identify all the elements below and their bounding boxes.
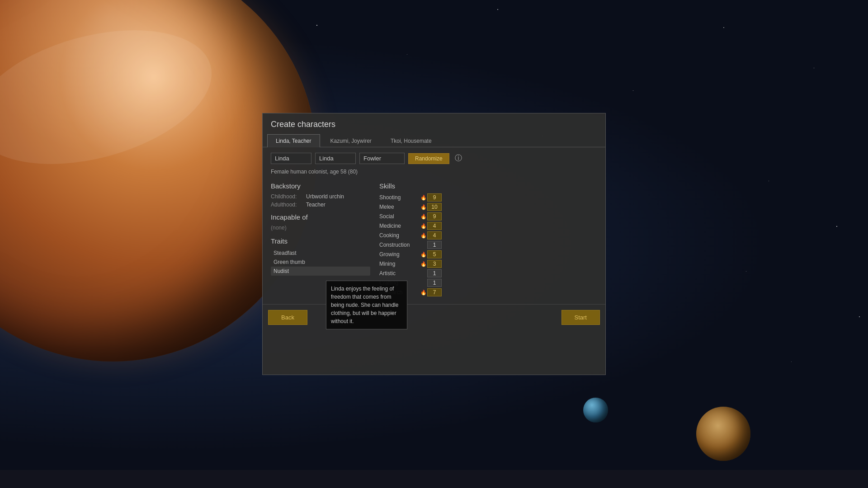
skill-value-shooting: 9 xyxy=(427,193,442,202)
skill-passion-research: 🔥 xyxy=(420,290,427,296)
skill-name-mining: Mining xyxy=(379,261,420,267)
randomize-button[interactable]: Randomize xyxy=(408,153,449,164)
skill-value-mining: 3 xyxy=(427,260,442,268)
skill-name-medicine: Medicine xyxy=(379,223,420,229)
tab-kazumi[interactable]: Kazumi, Joywirer xyxy=(322,134,380,147)
skill-row-research: Research 🔥 7 xyxy=(379,288,597,296)
skill-row-medicine: Medicine 🔥 4 xyxy=(379,222,597,230)
skill-row-crafting: Crafting 1 xyxy=(379,279,597,287)
skill-row-social: Social 🔥 9 xyxy=(379,212,597,221)
skill-name-shooting: Shooting xyxy=(379,194,420,201)
content-area: Backstory Childhood: Urbworld urchin Adu… xyxy=(263,179,605,304)
last-name-input[interactable] xyxy=(359,153,405,164)
trait-nudist[interactable]: Nudist xyxy=(271,267,370,276)
skill-bar-melee: 10 xyxy=(427,203,442,211)
skill-name-crafting: Crafting xyxy=(379,280,420,286)
skill-passion-mining: 🔥 xyxy=(420,261,427,267)
incapable-section: Incapable of (none) xyxy=(271,213,370,231)
skill-value-research: 7 xyxy=(427,288,442,296)
skill-value-growing: 5 xyxy=(427,250,442,258)
skill-name-melee: Melee xyxy=(379,204,420,210)
adulthood-label: Adulthood: xyxy=(271,202,302,208)
skill-row-growing: Growing 🔥 5 xyxy=(379,250,597,258)
skill-name-research: Research xyxy=(379,289,420,296)
back-button[interactable]: Back xyxy=(268,310,307,325)
skill-passion-growing: 🔥 xyxy=(420,252,427,258)
modal-footer: Back Start xyxy=(263,304,605,330)
modal-title: Create characters xyxy=(263,113,605,134)
skills-title: Skills xyxy=(379,182,597,190)
childhood-label: Childhood: xyxy=(271,193,302,200)
incapable-value: (none) xyxy=(271,225,370,231)
tabs-container: Linda, Teacher Kazumi, Joywirer Tkoi, Ho… xyxy=(263,134,605,147)
adulthood-value: Teacher xyxy=(306,202,326,208)
skill-value-social: 9 xyxy=(427,212,442,221)
skill-row-shooting: Shooting 🔥 9 xyxy=(379,193,597,202)
skill-bar-social: 9 xyxy=(427,212,442,221)
tab-tkoi[interactable]: Tkoi, Housemate xyxy=(382,134,440,147)
skill-bar-medicine: 4 xyxy=(427,222,442,230)
skill-row-melee: Melee 🔥 10 xyxy=(379,203,597,211)
character-description: Female human colonist, age 58 (80) xyxy=(263,168,605,179)
skill-passion-cooking: 🔥 xyxy=(420,233,427,239)
skill-passion-shooting: 🔥 xyxy=(420,195,427,201)
skill-bar-mining: 3 xyxy=(427,260,442,268)
skill-passion-melee: 🔥 xyxy=(420,204,427,210)
skill-bar-crafting: 1 xyxy=(427,279,442,287)
skill-passion-social: 🔥 xyxy=(420,214,427,220)
left-column: Backstory Childhood: Urbworld urchin Adu… xyxy=(271,179,370,298)
skill-value-crafting: 1 xyxy=(427,279,442,287)
skill-bar-cooking: 4 xyxy=(427,231,442,239)
nick-name-input[interactable] xyxy=(315,153,356,164)
skill-row-mining: Mining 🔥 3 xyxy=(379,260,597,268)
traits-section: Traits Steadfast Green thumb Nudist xyxy=(271,237,370,276)
skill-value-cooking: 4 xyxy=(427,231,442,239)
skill-value-artistic: 1 xyxy=(427,269,442,277)
backstory-title: Backstory xyxy=(271,182,370,190)
skill-value-melee: 10 xyxy=(427,203,442,211)
name-row: Randomize ⓘ xyxy=(263,147,605,168)
create-characters-modal: Create characters Linda, Teacher Kazumi,… xyxy=(262,113,606,375)
skill-name-artistic: Artistic xyxy=(379,270,420,277)
right-column: Skills Shooting 🔥 9 Melee 🔥 10 S xyxy=(379,179,597,298)
backstory-childhood-row: Childhood: Urbworld urchin xyxy=(271,193,370,200)
traits-title: Traits xyxy=(271,237,370,245)
skill-value-medicine: 4 xyxy=(427,222,442,230)
backstory-adulthood-row: Adulthood: Teacher xyxy=(271,202,370,208)
incapable-title: Incapable of xyxy=(271,213,370,221)
skill-name-cooking: Cooking xyxy=(379,232,420,239)
skill-name-growing: Growing xyxy=(379,251,420,258)
skill-row-cooking: Cooking 🔥 4 xyxy=(379,231,597,239)
skill-bar-growing: 5 xyxy=(427,250,442,258)
skill-bar-shooting: 9 xyxy=(427,193,442,202)
skill-bar-artistic: 1 xyxy=(427,269,442,277)
skill-name-social: Social xyxy=(379,213,420,220)
childhood-value: Urbworld urchin xyxy=(306,193,344,200)
start-button[interactable]: Start xyxy=(561,310,600,325)
skill-row-construction: Construction 1 xyxy=(379,241,597,249)
info-icon[interactable]: ⓘ xyxy=(455,154,462,163)
skill-value-construction: 1 xyxy=(427,241,442,249)
skill-name-construction: Construction xyxy=(379,242,420,248)
skill-bar-research: 7 xyxy=(427,288,442,296)
trait-steadfast[interactable]: Steadfast xyxy=(271,249,370,258)
modal-overlay: Create characters Linda, Teacher Kazumi,… xyxy=(0,0,868,488)
first-name-input[interactable] xyxy=(271,153,311,164)
trait-green-thumb[interactable]: Green thumb xyxy=(271,258,370,267)
skill-passion-medicine: 🔥 xyxy=(420,223,427,229)
skill-bar-construction: 1 xyxy=(427,241,442,249)
skill-row-artistic: Artistic 1 xyxy=(379,269,597,277)
tab-linda[interactable]: Linda, Teacher xyxy=(267,134,320,147)
